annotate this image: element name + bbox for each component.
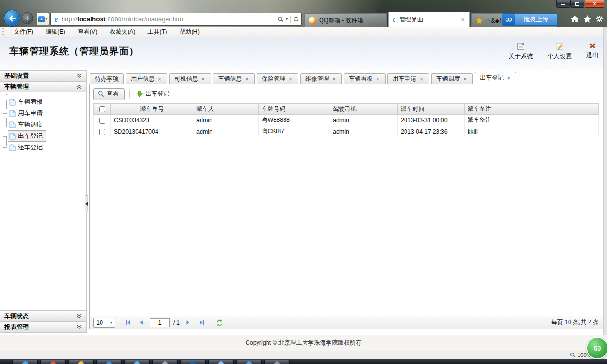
menu-view[interactable]: 查看(V) xyxy=(72,27,104,37)
tab-departure-register[interactable]: 出车登记× xyxy=(475,72,516,84)
settings-gear-icon[interactable] xyxy=(596,15,603,23)
tab-close-icon[interactable]: × xyxy=(288,76,293,82)
taskbar-app-button[interactable] xyxy=(152,360,178,364)
personal-settings-link[interactable]: 个人设置 xyxy=(547,42,572,61)
tab-close-icon[interactable]: × xyxy=(157,76,162,82)
tab-vehicle-info[interactable]: 车辆信息× xyxy=(213,73,255,84)
row-checkbox[interactable] xyxy=(99,129,105,135)
logout-link[interactable]: 退出 xyxy=(586,42,598,61)
cell: 2013-04-17 23:36 xyxy=(398,126,465,137)
menu-tools[interactable]: 工具(T) xyxy=(141,27,173,37)
taskbar-app-button[interactable] xyxy=(124,360,150,364)
start-orb-icon xyxy=(22,361,28,364)
select-all-checkbox[interactable] xyxy=(99,106,105,112)
taskbar-start-button[interactable] xyxy=(12,360,38,364)
browser-tab-qqmail[interactable]: QQ邮箱 - 收件箱 xyxy=(304,13,387,27)
home-icon[interactable] xyxy=(570,15,579,23)
sidebar-collapse-handle[interactable] xyxy=(85,195,88,212)
tab-close-icon[interactable]: × xyxy=(375,76,380,82)
accordion-vehicle-status[interactable]: 车辆状态 xyxy=(0,310,86,322)
security-score-badge[interactable]: 60 xyxy=(586,337,607,359)
menu-favorites[interactable]: 收藏夹(A) xyxy=(103,27,141,37)
tree-item-departure-register[interactable]: 出车登记 xyxy=(3,130,86,142)
document-icon xyxy=(9,99,16,106)
tab-driver-info[interactable]: 司机信息× xyxy=(169,73,211,84)
table-row[interactable]: CSD0034323 admin 粤W88888 admin 2013-03-3… xyxy=(94,115,599,126)
tab-vehicle-board[interactable]: 车辆看板× xyxy=(344,73,386,84)
next-page-button[interactable] xyxy=(183,318,193,328)
address-bar[interactable]: e http://localhost:8080/minicar/manager.… xyxy=(50,13,302,26)
accordion-basic-settings[interactable]: 基础设置 xyxy=(0,70,86,82)
tree-item-return-register[interactable]: 还车登记 xyxy=(3,142,86,153)
chevron-double-down-icon xyxy=(76,313,82,319)
refresh-button[interactable] xyxy=(214,318,225,328)
page-size-select[interactable]: 10▾ xyxy=(93,318,115,328)
view-button[interactable]: 查看 xyxy=(93,88,125,100)
last-page-button[interactable] xyxy=(197,318,207,328)
tab-vehicle-dispatch[interactable]: 车辆调度× xyxy=(431,73,473,84)
app-icon xyxy=(218,361,224,364)
col-dispatch-time[interactable]: 派车时间 xyxy=(398,104,465,115)
tab-todo[interactable]: 待办事项 xyxy=(90,73,124,84)
page-number-input[interactable] xyxy=(150,318,170,327)
tab-close-icon[interactable]: × xyxy=(244,76,249,82)
tab-close-icon[interactable]: × xyxy=(201,76,206,82)
back-button[interactable] xyxy=(4,10,20,27)
tab-label: 车辆看板 xyxy=(349,75,373,83)
prev-page-button[interactable] xyxy=(136,318,147,328)
chevron-double-down-icon xyxy=(76,324,82,330)
favorites-star-icon[interactable] xyxy=(583,15,591,23)
tab-close-icon[interactable]: × xyxy=(506,75,511,82)
cell: admin xyxy=(193,115,259,126)
minimize-button[interactable] xyxy=(556,0,570,8)
first-page-button[interactable] xyxy=(122,318,133,328)
menu-file[interactable]: 文件(F) xyxy=(8,27,39,37)
menu-help[interactable]: 帮助(H) xyxy=(173,27,205,37)
tree-item-vehicle-dispatch[interactable]: 车辆调度 xyxy=(3,119,86,130)
forward-button[interactable] xyxy=(21,12,33,24)
drag-upload-button[interactable]: 拖拽上传 xyxy=(502,13,558,26)
departure-register-button[interactable]: 出车登记 xyxy=(135,89,171,100)
col-driver[interactable]: 驾驶司机 xyxy=(330,104,398,115)
windows-taskbar xyxy=(0,359,607,364)
col-plate-no[interactable]: 车牌号码 xyxy=(259,104,330,115)
taskbar-app-button[interactable] xyxy=(96,360,122,364)
tree-item-vehicle-request[interactable]: 用车申请 xyxy=(3,108,86,119)
row-checkbox[interactable] xyxy=(99,118,105,124)
taskbar-app-button[interactable] xyxy=(264,360,290,364)
tab-close-icon[interactable]: × xyxy=(460,16,466,23)
tab-vehicle-request[interactable]: 用车申请× xyxy=(387,73,429,84)
tab-insurance[interactable]: 保险管理× xyxy=(257,73,298,84)
taskbar-app-button[interactable] xyxy=(40,360,66,364)
taskbar-app-button[interactable] xyxy=(180,360,206,364)
browser-tab-admin[interactable]: e 管理界面 × xyxy=(388,12,470,27)
taskbar-app-button[interactable] xyxy=(236,360,262,364)
maximize-button[interactable] xyxy=(570,0,584,8)
accordion-vehicle-management[interactable]: 车辆管理 xyxy=(0,81,86,92)
exit-x-icon xyxy=(589,42,596,49)
col-dispatcher[interactable]: 派车人 xyxy=(193,104,259,115)
tab-close-icon[interactable]: × xyxy=(419,76,424,82)
cell: 派车备注 xyxy=(465,115,599,126)
col-dispatch-no[interactable]: 派车单号 xyxy=(111,104,193,115)
tab-close-icon[interactable]: × xyxy=(331,76,337,82)
page-title: 车辆管理系统（管理员界面） xyxy=(9,45,139,58)
taskbar-app-button[interactable] xyxy=(208,360,234,364)
close-window-button[interactable]: x xyxy=(585,0,604,8)
table-row[interactable]: SD20130417004 admin 粤CKI87 admin 2013-04… xyxy=(94,126,599,137)
about-system-link[interactable]: 关于系统 xyxy=(508,42,533,61)
tab-maintenance[interactable]: 维修管理× xyxy=(300,73,342,84)
refresh-icon[interactable] xyxy=(293,16,299,22)
search-icon[interactable] xyxy=(277,16,284,22)
tab-close-icon[interactable]: × xyxy=(462,76,468,82)
menu-edit[interactable]: 编辑(E) xyxy=(39,27,72,37)
app-icon xyxy=(190,361,196,364)
accordion-report-management[interactable]: 报表管理 xyxy=(0,321,86,333)
taskbar-app-button[interactable] xyxy=(68,360,94,364)
cloud-icon xyxy=(502,14,515,25)
col-remark[interactable]: 派车备注 xyxy=(465,104,599,115)
tree-item-vehicle-board[interactable]: 车辆看板 xyxy=(3,96,86,108)
compatibility-button[interactable]: +▾ xyxy=(37,13,49,25)
tab-user-info[interactable]: 用户信息× xyxy=(126,73,167,84)
search-caret-icon[interactable]: ▾ xyxy=(286,17,288,21)
